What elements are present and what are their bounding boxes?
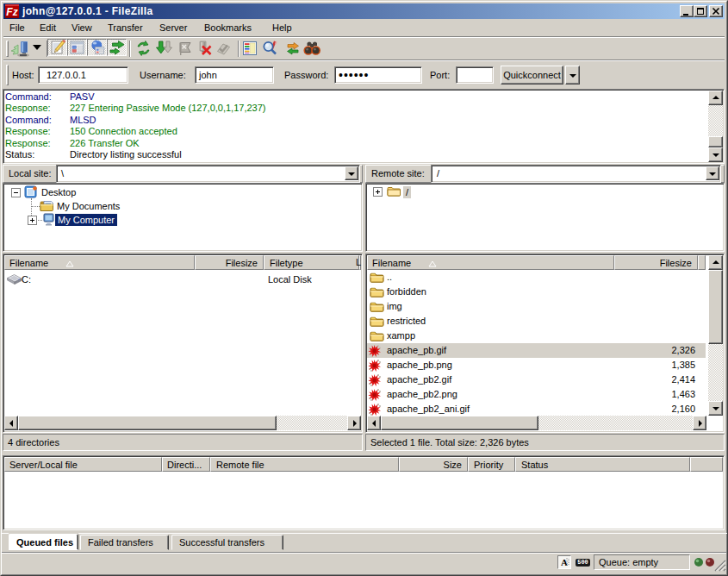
svg-text:Fz: Fz — [6, 6, 17, 18]
